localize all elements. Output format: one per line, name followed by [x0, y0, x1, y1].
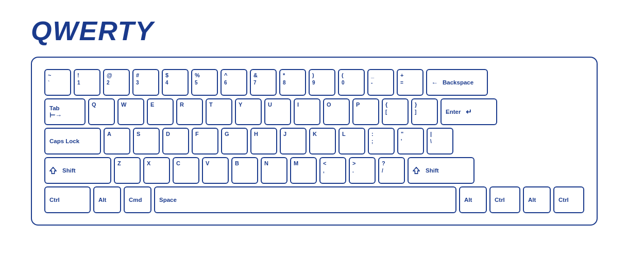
key-2[interactable]: @ 2 [103, 69, 130, 96]
key-a[interactable]: A [104, 128, 130, 154]
key-0[interactable]: ( 0 [338, 69, 365, 96]
key-q[interactable]: Q [88, 98, 115, 125]
keyboard-row-4: Shift Z X C V B N M < , > . ? / Shift [44, 157, 584, 184]
key-left-alt[interactable]: Alt [93, 186, 121, 213]
key-v[interactable]: V [202, 157, 229, 184]
key-3[interactable]: # 3 [132, 69, 159, 96]
key-w[interactable]: W [117, 98, 144, 125]
key-7[interactable]: & 7 [250, 69, 277, 96]
key-z[interactable]: Z [114, 157, 141, 184]
key-right-ctrl-1[interactable]: Ctrl [489, 186, 520, 213]
key-slash[interactable]: ? / [378, 157, 405, 184]
capslock-label: Caps Lock [49, 138, 79, 144]
key-d[interactable]: D [162, 128, 189, 154]
key-i[interactable]: I [294, 98, 320, 125]
keyboard-row-5: Ctrl Alt Cmd Space Alt Ctrl Alt Ctrl [44, 186, 584, 213]
key-minus[interactable]: _ - [367, 69, 394, 96]
key-u[interactable]: U [264, 98, 291, 125]
key-r[interactable]: R [176, 98, 203, 125]
key-right-alt-1[interactable]: Alt [459, 186, 487, 213]
key-j[interactable]: J [280, 128, 307, 154]
key-cmd[interactable]: Cmd [124, 186, 151, 213]
key-9[interactable]: ) 9 [309, 69, 335, 96]
keyboard-row-3: Caps Lock A S D F G H J K L : ; " ' | \ [44, 128, 584, 154]
key-tab[interactable]: Tab ⊢→ [44, 98, 86, 125]
key-left-ctrl[interactable]: Ctrl [44, 186, 91, 213]
key-1[interactable]: ! 1 [74, 69, 100, 96]
key-capslock[interactable]: Caps Lock [44, 128, 101, 154]
keyboard-row-2: Tab ⊢→ Q W E R T Y U I O P { [ } ] Enter… [44, 98, 584, 125]
keyboard-row-1: ~ ` ! 1 @ 2 # 3 $ 4 % 5 ^ 6 & 7 [44, 69, 584, 96]
key-right-ctrl-2[interactable]: Ctrl [553, 186, 584, 213]
key-x[interactable]: X [143, 157, 170, 184]
svg-marker-0 [50, 167, 56, 174]
key-m[interactable]: M [290, 157, 317, 184]
key-8[interactable]: * 8 [279, 69, 306, 96]
key-h[interactable]: H [250, 128, 277, 154]
key-tilde[interactable]: ~ ` [44, 69, 71, 96]
key-y[interactable]: Y [235, 98, 262, 125]
key-o[interactable]: O [323, 98, 350, 125]
keyboard: ~ ` ! 1 @ 2 # 3 $ 4 % 5 ^ 6 & 7 [31, 57, 598, 226]
key-equals[interactable]: + = [397, 69, 423, 96]
key-quote[interactable]: " ' [397, 128, 424, 154]
key-left-shift[interactable]: Shift [44, 157, 111, 184]
key-rbracket[interactable]: } ] [411, 98, 438, 125]
key-4[interactable]: $ 4 [162, 69, 189, 96]
key-right-shift[interactable]: Shift [408, 157, 474, 184]
key-enter[interactable]: Enter ↵ [440, 98, 497, 125]
svg-marker-1 [413, 167, 419, 174]
key-b[interactable]: B [231, 157, 258, 184]
key-s[interactable]: S [133, 128, 160, 154]
key-g[interactable]: G [221, 128, 248, 154]
key-6[interactable]: ^ 6 [221, 69, 247, 96]
key-5[interactable]: % 5 [191, 69, 218, 96]
key-lbracket[interactable]: { [ [382, 98, 409, 125]
key-backslash[interactable]: | \ [427, 128, 453, 154]
key-l[interactable]: L [338, 128, 365, 154]
key-c[interactable]: C [173, 157, 199, 184]
shift-icon-right [413, 167, 420, 174]
key-e[interactable]: E [147, 98, 174, 125]
page-title: QWERTY [31, 15, 154, 46]
key-f[interactable]: F [192, 128, 218, 154]
key-backspace[interactable]: ← Backspace [426, 69, 488, 96]
shift-icon-left [49, 167, 57, 174]
key-comma[interactable]: < , [319, 157, 346, 184]
key-right-alt-2[interactable]: Alt [523, 186, 551, 213]
key-space[interactable]: Space [154, 186, 456, 213]
key-semicolon[interactable]: : ; [368, 128, 395, 154]
key-period[interactable]: > . [349, 157, 376, 184]
key-t[interactable]: T [206, 98, 232, 125]
key-k[interactable]: K [309, 128, 336, 154]
key-n[interactable]: N [261, 157, 287, 184]
key-p[interactable]: P [352, 98, 379, 125]
